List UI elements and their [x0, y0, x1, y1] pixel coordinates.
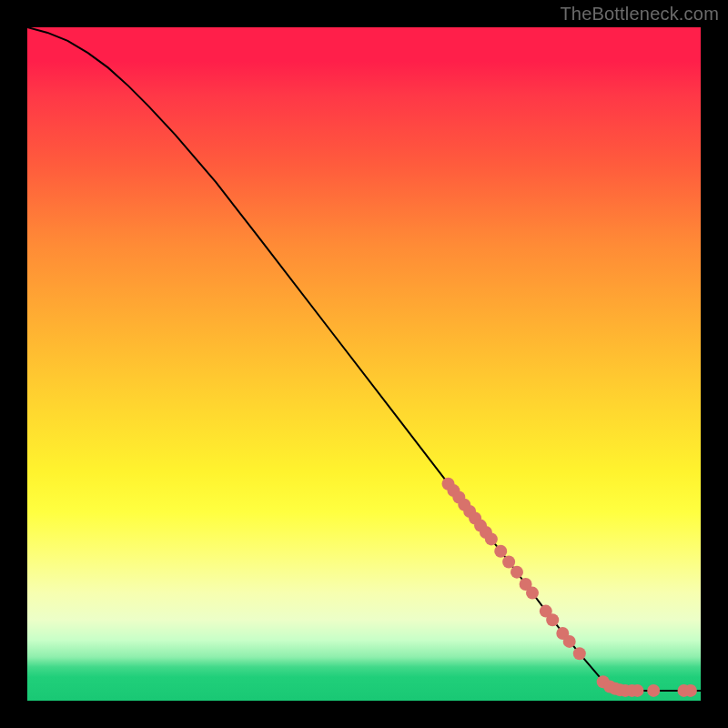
chart-marker	[502, 556, 515, 569]
chart-marker	[494, 545, 507, 558]
chart-marker	[647, 684, 660, 697]
chart-marker	[573, 647, 586, 660]
chart-marker	[563, 635, 576, 648]
chart-marker	[546, 613, 559, 626]
watermark-text: TheBottleneck.com	[560, 4, 719, 25]
chart-marker	[526, 587, 539, 600]
chart-plot-area	[27, 27, 701, 701]
chart-marker	[485, 532, 498, 545]
chart-marker	[631, 684, 643, 697]
chart-marker	[684, 684, 697, 697]
chart-marker	[511, 566, 523, 579]
chart-markers-layer	[27, 27, 701, 701]
